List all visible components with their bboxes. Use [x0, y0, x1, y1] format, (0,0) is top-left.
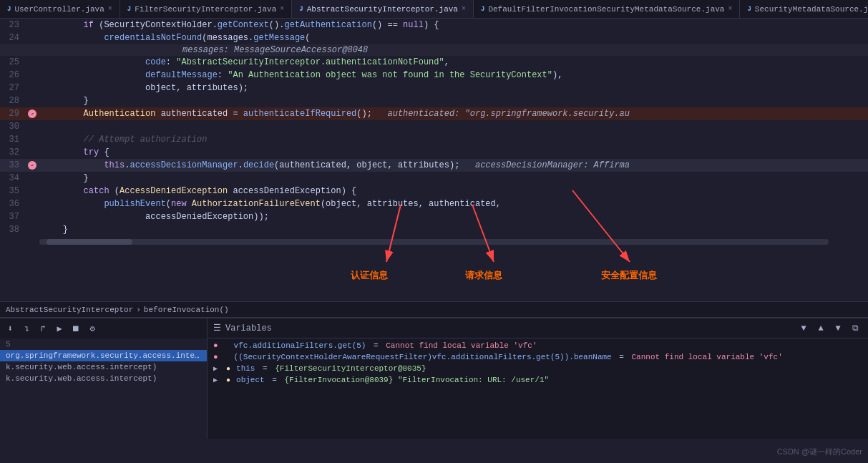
variables-icon: ☰ — [213, 323, 221, 333]
code-line-28: 28 } — [0, 94, 868, 107]
breadcrumb-class: AbstractSecurityInterceptor — [6, 306, 133, 314]
close-icon[interactable]: × — [280, 5, 284, 13]
var-equals: = — [258, 364, 272, 373]
breadcrumb-method: beforeInvocation() — [144, 306, 229, 314]
stop-button[interactable]: ⏹ — [69, 321, 83, 336]
tab-bar: J UserController.java × J FilterSecurity… — [0, 0, 868, 19]
variables-content: ● vfc.additionalFilters.get(5) = Cannot … — [208, 338, 868, 439]
code-line-29: 29 Authentication authenticated = authen… — [0, 107, 868, 120]
code-line-38: 38 } — [0, 223, 868, 236]
var-equals: = — [615, 353, 629, 361]
java-icon: J — [481, 6, 484, 13]
code-line-23: 23 if (SecurityContextHolder.getContext(… — [0, 19, 868, 31]
variable-item[interactable]: ● vfc.additionalFilters.get(5) = Cannot … — [208, 340, 868, 351]
breakpoint-icon — [28, 161, 36, 170]
var-equals: = — [268, 376, 282, 384]
expand-arrow-icon[interactable]: ▶ — [213, 364, 218, 373]
warning-dot-icon: ● — [226, 376, 230, 384]
debugger-toolbar: ⬇ ↴ ↱ ▶ ⏹ ⚙ — [0, 318, 207, 338]
close-icon[interactable]: × — [462, 5, 466, 13]
annotation-request: 请求信息 — [465, 269, 502, 282]
code-line-34: 34 } — [0, 172, 868, 185]
code-line-27: 27 object, attributes); — [0, 82, 868, 94]
tab-filtersecurity[interactable]: J FilterSecurityInterceptor.java × — [120, 0, 292, 19]
collapse-button[interactable]: ▼ — [831, 321, 845, 336]
variable-item[interactable]: ● ((SecurityContextHolderAwareRequestFil… — [208, 351, 868, 363]
var-value: Cannot find local variable 'vfc' — [386, 341, 537, 350]
frame-item[interactable]: k.security.web.access.intercept) — [0, 373, 207, 384]
breakpoint-icon — [28, 109, 36, 118]
close-icon[interactable]: × — [728, 5, 732, 13]
breadcrumb-separator: › — [136, 306, 141, 314]
watermark: CSDN @谜一样的Coder — [777, 447, 862, 457]
step-over-button[interactable]: ⬇ — [3, 321, 17, 336]
resume-button[interactable]: ▶ — [52, 321, 67, 336]
tab-usercontroller[interactable]: J UserController.java × — [0, 0, 120, 19]
java-icon: J — [7, 6, 11, 13]
frame-item[interactable]: 5 — [0, 338, 207, 350]
code-line-25: 25 code: "AbstractSecurityInterceptor.au… — [0, 56, 868, 69]
var-name: this — [236, 364, 255, 373]
var-name: vfc.additionalFilters.get(5) — [234, 341, 366, 350]
var-value: {FilterInvocation@8039} "FilterInvocatio… — [284, 376, 549, 384]
code-line-24: 24 credentialsNotFound(messages.getMessa… — [0, 31, 868, 44]
frame-item-selected[interactable]: org.springframework.security.access.inte… — [0, 350, 207, 361]
java-icon: J — [299, 6, 303, 13]
ide-window: J UserController.java × J FilterSecurity… — [0, 0, 868, 463]
step-out-button[interactable]: ↱ — [36, 321, 50, 336]
right-panel: ☰ Variables ▼ ▲ ▼ ⧉ ● vfc.additionalFilt… — [208, 318, 868, 439]
var-value: {FilterSecurityInterceptor@8035} — [275, 364, 426, 373]
annotation-security: 安全配置信息 — [601, 269, 657, 282]
expand-arrow-icon[interactable]: ▶ — [213, 376, 218, 384]
tab-defaultfilter[interactable]: J DefaultFilterInvocationSecurityMetadat… — [474, 0, 740, 19]
frame-item[interactable]: k.security.web.access.intercept) — [0, 361, 207, 373]
code-line-35: 35 catch (AccessDeniedException accessDe… — [0, 185, 868, 198]
variables-toolbar: ▼ ▲ ▼ ⧉ — [796, 321, 862, 336]
java-icon: J — [127, 6, 131, 13]
code-line-30: 30 — [0, 120, 868, 133]
left-panel: ⬇ ↴ ↱ ▶ ⏹ ⚙ 5 org.springframework.securi… — [0, 318, 208, 439]
tab-abstractsecurity[interactable]: J AbstractSecurityInterceptor.java × — [292, 0, 474, 19]
code-line-33: 33 this.accessDecisionManager.decide(aut… — [0, 159, 868, 172]
code-line-31: 31 // Attempt authorization — [0, 133, 868, 146]
variable-item[interactable]: ▶ ● this = {FilterSecurityInterceptor@80… — [208, 363, 868, 374]
hint-line-messages: -- messages: MessageSourceAccessor@8048 — [0, 44, 868, 56]
error-icon: ● — [213, 341, 218, 350]
variables-header: ☰ Variables ▼ ▲ ▼ ⧉ — [208, 318, 868, 338]
frame-list[interactable]: 5 org.springframework.security.access.in… — [0, 338, 207, 439]
code-line-37: 37 accessDeniedException)); — [0, 210, 868, 223]
settings-button[interactable]: ⚙ — [85, 321, 99, 336]
variable-item[interactable]: ▶ ● object = {FilterInvocation@8039} "Fi… — [208, 374, 868, 386]
copy-button[interactable]: ⧉ — [848, 321, 862, 336]
code-line-26: 26 defaultMessage: "An Authentication ob… — [0, 69, 868, 82]
filter-button[interactable]: ▼ — [796, 321, 811, 336]
annotation-auth: 认证信息 — [351, 269, 388, 282]
error-icon: ● — [213, 353, 218, 361]
scrollbar-thumb[interactable] — [47, 239, 132, 245]
var-name: ((SecurityContextHolderAwareRequestFilte… — [234, 353, 612, 361]
horizontal-scrollbar[interactable] — [39, 239, 829, 245]
var-equals: = — [369, 341, 383, 350]
var-value: Cannot find local variable 'vfc' — [632, 353, 783, 361]
code-line-32: 32 try { — [0, 146, 868, 159]
code-editor[interactable]: 23 if (SecurityContextHolder.getContext(… — [0, 19, 868, 301]
tab-securitymetadata[interactable]: J SecurityMetadataSource.java × — [740, 0, 868, 19]
warning-dot-icon: ● — [226, 365, 230, 373]
close-icon[interactable]: × — [108, 5, 112, 13]
breadcrumb-bar: AbstractSecurityInterceptor › beforeInvo… — [0, 301, 868, 317]
variables-label: Variables — [225, 323, 272, 333]
bottom-panel: ⬇ ↴ ↱ ▶ ⏹ ⚙ 5 org.springframework.securi… — [0, 317, 868, 439]
code-line-36: 36 publishEvent(new AuthorizationFailure… — [0, 198, 868, 210]
var-name: object — [236, 376, 265, 384]
expand-button[interactable]: ▲ — [814, 321, 828, 336]
step-into-button[interactable]: ↴ — [19, 321, 34, 336]
java-icon: J — [747, 6, 751, 13]
